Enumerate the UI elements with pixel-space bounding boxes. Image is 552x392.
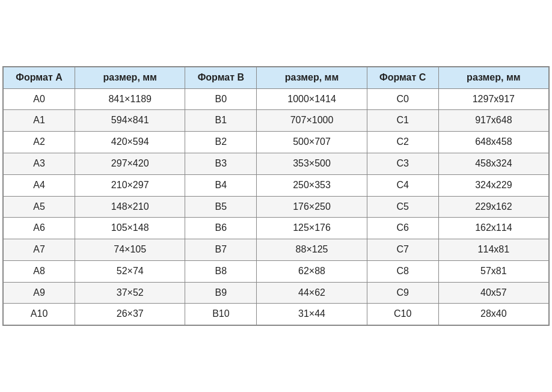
cell-format-c: С4: [367, 174, 438, 196]
cell-size-a: 26×37: [75, 304, 185, 325]
header-size-c: размер, мм: [438, 67, 548, 88]
cell-size-c: 458x324: [438, 153, 548, 174]
table-row: А774×105В788×125С7114x81: [4, 239, 549, 261]
cell-size-a: 210×297: [75, 174, 185, 196]
cell-format-b: В1: [185, 110, 257, 132]
header-format-a: Формат А: [4, 67, 75, 88]
cell-size-a: 74×105: [75, 239, 185, 261]
cell-format-a: А0: [4, 88, 75, 110]
cell-size-a: 420×594: [75, 132, 185, 153]
cell-format-c: С7: [367, 239, 438, 261]
cell-size-a: 841×1189: [75, 88, 185, 110]
cell-format-c: С0: [367, 88, 438, 110]
cell-size-c: 229x162: [438, 196, 548, 218]
cell-format-b: В8: [185, 260, 257, 282]
table-row: А2420×594В2500×707С2648x458: [4, 132, 549, 153]
cell-format-a: А3: [4, 153, 75, 174]
cell-format-b: В0: [185, 88, 257, 110]
cell-size-a: 594×841: [75, 110, 185, 132]
table-row: А852×74В862×88С857x81: [4, 260, 549, 282]
cell-size-b: 44×62: [257, 282, 367, 304]
header-format-c: Формат С: [367, 67, 438, 88]
cell-format-b: В2: [185, 132, 257, 153]
cell-size-a: 37×52: [75, 282, 185, 304]
table-row: А1594×841В1707×1000С1917x648: [4, 110, 549, 132]
cell-size-a: 297×420: [75, 153, 185, 174]
cell-format-a: А4: [4, 174, 75, 196]
cell-size-a: 105×148: [75, 218, 185, 239]
cell-size-a: 148×210: [75, 196, 185, 218]
cell-size-b: 250×353: [257, 174, 367, 196]
cell-size-c: 28x40: [438, 304, 548, 325]
table-row: А1026×37В1031×44С1028x40: [4, 304, 549, 325]
header-size-b: размер, мм: [257, 67, 367, 88]
cell-size-b: 1000×1414: [257, 88, 367, 110]
cell-size-b: 31×44: [257, 304, 367, 325]
header-size-a: размер, мм: [75, 67, 185, 88]
cell-size-b: 353×500: [257, 153, 367, 174]
table-row: А5148×210В5176×250С5229x162: [4, 196, 549, 218]
paper-formats-table: Формат А размер, мм Формат В размер, мм …: [2, 66, 550, 326]
cell-format-b: В5: [185, 196, 257, 218]
cell-format-a: А5: [4, 196, 75, 218]
cell-format-c: С1: [367, 110, 438, 132]
cell-format-b: В10: [185, 304, 257, 325]
cell-size-b: 176×250: [257, 196, 367, 218]
cell-format-c: С10: [367, 304, 438, 325]
cell-format-b: В6: [185, 218, 257, 239]
cell-size-b: 500×707: [257, 132, 367, 153]
cell-size-c: 324x229: [438, 174, 548, 196]
table-row: А4210×297В4250×353С4324x229: [4, 174, 549, 196]
cell-format-b: В4: [185, 174, 257, 196]
cell-size-c: 1297x917: [438, 88, 548, 110]
cell-format-a: А10: [4, 304, 75, 325]
cell-size-c: 57x81: [438, 260, 548, 282]
cell-format-a: А6: [4, 218, 75, 239]
cell-format-a: А7: [4, 239, 75, 261]
cell-format-c: С2: [367, 132, 438, 153]
cell-size-b: 707×1000: [257, 110, 367, 132]
cell-format-b: В3: [185, 153, 257, 174]
cell-size-b: 125×176: [257, 218, 367, 239]
table-header-row: Формат А размер, мм Формат В размер, мм …: [4, 67, 549, 88]
table-row: А3297×420В3353×500С3458x324: [4, 153, 549, 174]
cell-format-b: В9: [185, 282, 257, 304]
table-row: А937×52В944×62С940x57: [4, 282, 549, 304]
cell-size-b: 62×88: [257, 260, 367, 282]
cell-format-a: А2: [4, 132, 75, 153]
cell-size-b: 88×125: [257, 239, 367, 261]
cell-format-a: А9: [4, 282, 75, 304]
cell-format-b: В7: [185, 239, 257, 261]
cell-format-c: С6: [367, 218, 438, 239]
cell-format-a: А8: [4, 260, 75, 282]
table-row: А6105×148В6125×176С6162x114: [4, 218, 549, 239]
cell-size-c: 114x81: [438, 239, 548, 261]
cell-size-a: 52×74: [75, 260, 185, 282]
cell-size-c: 917x648: [438, 110, 548, 132]
cell-format-c: С5: [367, 196, 438, 218]
header-format-b: Формат В: [185, 67, 257, 88]
cell-format-c: С3: [367, 153, 438, 174]
cell-format-c: С9: [367, 282, 438, 304]
cell-size-c: 648x458: [438, 132, 548, 153]
cell-size-c: 162x114: [438, 218, 548, 239]
cell-format-c: С8: [367, 260, 438, 282]
cell-size-c: 40x57: [438, 282, 548, 304]
table-row: А0841×1189В01000×1414С01297x917: [4, 88, 549, 110]
cell-format-a: А1: [4, 110, 75, 132]
